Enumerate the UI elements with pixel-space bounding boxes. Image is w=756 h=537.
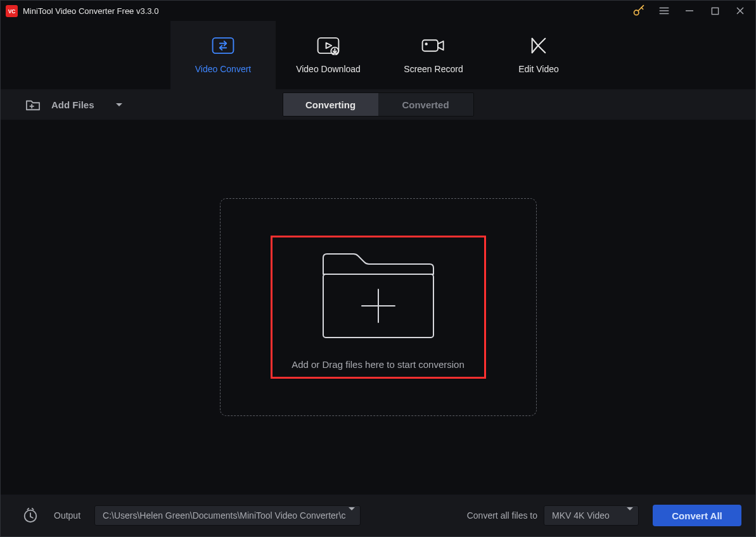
arrows-cycle-icon — [211, 36, 235, 55]
menu-button[interactable] — [651, 1, 677, 21]
activate-key-button[interactable] — [626, 1, 651, 21]
svg-text:VC: VC — [8, 8, 16, 15]
nav-label: Video Convert — [195, 64, 251, 74]
output-path-text: C:\Users\Helen Green\Documents\MiniTool … — [103, 510, 349, 521]
sub-tabs: Converting Converted — [283, 92, 474, 117]
output-path-select[interactable]: C:\Users\Helen Green\Documents\MiniTool … — [94, 505, 361, 526]
svg-rect-12 — [423, 40, 438, 51]
output-label: Output — [54, 510, 80, 521]
bottom-bar: Output C:\Users\Helen Green\Documents\Mi… — [1, 495, 755, 536]
nav-label: Edit Video — [518, 64, 559, 74]
add-files-button[interactable]: Add Files — [25, 98, 122, 111]
minimize-button[interactable] — [677, 1, 702, 21]
main-nav: Video Convert Video Download — [1, 21, 755, 89]
nav-tab-edit-video[interactable]: Edit Video — [486, 21, 591, 89]
svg-rect-9 — [213, 38, 234, 53]
nav-tab-video-convert[interactable]: Video Convert — [170, 21, 276, 89]
chevron-down-icon — [116, 103, 122, 106]
close-button[interactable] — [727, 1, 753, 21]
app-window: VC MiniTool Video Converter Free v3.3.0 — [0, 0, 756, 537]
folder-plus-icon — [318, 245, 439, 343]
app-title: MiniTool Video Converter Free v3.3.0 — [23, 6, 158, 16]
nav-tab-screen-record[interactable]: Screen Record — [381, 21, 486, 89]
nav-label: Video Download — [296, 64, 361, 74]
nav-label: Screen Record — [404, 64, 463, 74]
convert-all-label: Convert All — [672, 510, 722, 521]
chevron-down-icon — [627, 510, 633, 521]
subtab-converted[interactable]: Converted — [378, 93, 473, 116]
add-files-icon — [25, 98, 41, 111]
download-video-icon — [316, 36, 340, 55]
content-area: Add or Drag files here to start conversi… — [1, 120, 755, 495]
subtab-label: Converted — [402, 99, 449, 110]
camera-icon — [421, 36, 446, 55]
svg-rect-10 — [318, 38, 339, 53]
drop-zone-highlight: Add or Drag files here to start conversi… — [271, 236, 486, 379]
history-button[interactable] — [22, 507, 39, 524]
subtab-label: Converting — [305, 99, 356, 110]
drop-zone[interactable]: Add or Drag files here to start conversi… — [220, 198, 537, 416]
maximize-button[interactable] — [702, 1, 727, 21]
svg-point-13 — [425, 42, 428, 45]
nav-tab-video-download[interactable]: Video Download — [276, 21, 381, 89]
add-files-label: Add Files — [51, 99, 94, 110]
title-bar: VC MiniTool Video Converter Free v3.3.0 — [1, 1, 755, 21]
convert-to-label: Convert all files to — [467, 510, 537, 521]
format-selected-text: MKV 4K Video — [552, 510, 627, 521]
format-select[interactable]: MKV 4K Video — [544, 505, 639, 526]
svg-rect-6 — [712, 8, 718, 14]
subtab-converting[interactable]: Converting — [283, 93, 378, 116]
drop-zone-text: Add or Drag files here to start conversi… — [292, 359, 464, 370]
chevron-down-icon — [349, 510, 355, 521]
tool-row: Add Files Converting Converted — [1, 89, 755, 120]
app-logo-icon: VC — [6, 5, 18, 17]
edit-movie-icon — [529, 36, 548, 55]
convert-all-button[interactable]: Convert All — [653, 505, 741, 526]
